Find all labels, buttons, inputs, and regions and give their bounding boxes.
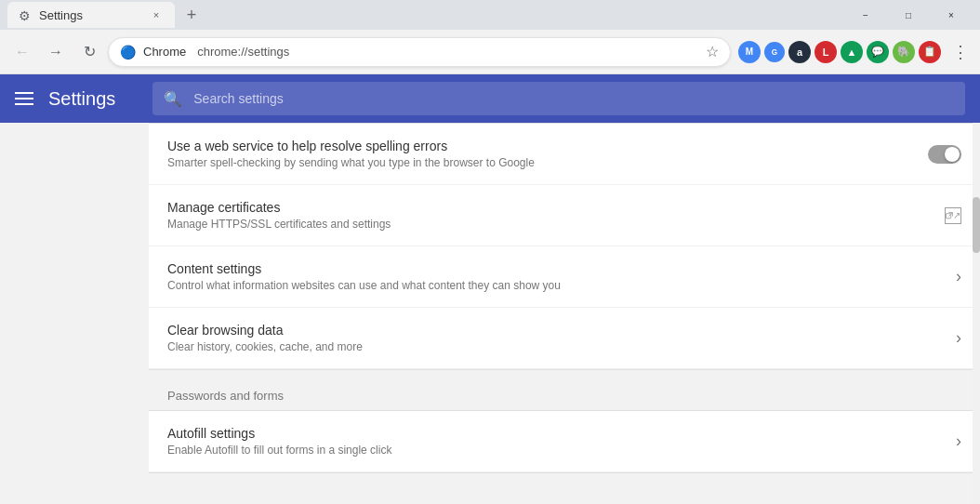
- hamburger-line-3: [15, 103, 33, 105]
- back-button[interactable]: ←: [7, 37, 37, 67]
- manage-certs-title: Manage certificates: [167, 200, 945, 215]
- content-settings-title: Content settings: [167, 261, 945, 276]
- hamburger-menu-button[interactable]: [15, 92, 33, 105]
- active-tab[interactable]: ⚙ Settings ×: [7, 2, 175, 28]
- sidebar: [0, 123, 149, 504]
- maximize-button[interactable]: □: [887, 0, 930, 30]
- hamburger-line-2: [15, 98, 33, 99]
- content-area: Use a web service to help resolve spelli…: [149, 123, 980, 504]
- passwords-settings-section: Autofill settings Enable Autofill to fil…: [149, 410, 980, 473]
- search-placeholder-text: Search settings: [193, 91, 284, 106]
- autofill-settings-item[interactable]: Autofill settings Enable Autofill to fil…: [149, 411, 980, 472]
- scratchpad-extension-icon[interactable]: 📋: [919, 41, 941, 63]
- omnibox[interactable]: 🔵 Chrome chrome://settings ☆: [108, 37, 731, 67]
- window-controls: − □ ×: [844, 0, 973, 30]
- google-account-extension-icon[interactable]: G: [764, 42, 785, 62]
- spell-check-text: Use a web service to help resolve spelli…: [167, 139, 928, 169]
- clear-browsing-data-item[interactable]: Clear browsing data Clear history, cooki…: [149, 308, 980, 369]
- chrome-logo-icon: 🔵: [120, 45, 136, 60]
- lastpass-extension-icon[interactable]: L: [814, 41, 837, 63]
- tab-title: Settings: [39, 8, 83, 22]
- clear-browsing-title: Clear browsing data: [167, 323, 945, 338]
- autofill-title: Autofill settings: [167, 426, 945, 441]
- svg-text:G: G: [772, 48, 777, 57]
- chrome-menu-button[interactable]: ⋮: [948, 42, 973, 62]
- minimize-button[interactable]: −: [844, 0, 887, 30]
- spell-check-item[interactable]: Use a web service to help resolve spelli…: [149, 124, 980, 185]
- extension-icons: M G a L ▲ 💬 🐘 📋: [738, 41, 941, 63]
- address-bar: ← → ↻ 🔵 Chrome chrome://settings ☆ M G a…: [0, 30, 980, 74]
- forward-button[interactable]: →: [41, 37, 71, 67]
- reload-button[interactable]: ↻: [74, 37, 104, 67]
- content-settings-text: Content settings Control what informatio…: [167, 261, 945, 292]
- clear-browsing-text: Clear browsing data Clear history, cooki…: [167, 323, 945, 353]
- spell-check-title: Use a web service to help resolve spelli…: [167, 139, 928, 153]
- manage-certificates-item[interactable]: Manage certificates Manage HTTPS/SSL cer…: [149, 185, 980, 246]
- evernote-extension-icon[interactable]: 🐘: [893, 41, 915, 63]
- bookmark-star-icon[interactable]: ☆: [706, 43, 719, 60]
- external-link-icon: [945, 207, 961, 224]
- spell-check-desc: Smarter spell-checking by sending what y…: [167, 156, 928, 169]
- toggle-knob: [945, 147, 960, 162]
- content-settings-chevron-icon: ›: [956, 267, 961, 286]
- gmail-extension-icon[interactable]: M: [738, 41, 761, 63]
- autofill-desc: Enable Autofill to fill out forms in a s…: [167, 444, 945, 457]
- hamburger-line-1: [15, 92, 33, 94]
- manage-certs-desc: Manage HTTPS/SSL certificates and settin…: [167, 218, 945, 231]
- content-settings-desc: Control what information websites can us…: [167, 279, 945, 292]
- scrollbar-track[interactable]: [973, 123, 980, 504]
- new-tab-button[interactable]: +: [179, 2, 205, 28]
- content-settings-item[interactable]: Content settings Control what informatio…: [149, 246, 980, 308]
- main-layout: Use a web service to help resolve spelli…: [0, 123, 980, 504]
- drive-extension-icon[interactable]: ▲: [841, 41, 863, 63]
- amazon-extension-icon[interactable]: a: [788, 41, 811, 63]
- window-close-button[interactable]: ×: [930, 0, 973, 30]
- site-label: Chrome: [143, 45, 186, 59]
- privacy-settings-section: Use a web service to help resolve spelli…: [149, 123, 980, 370]
- passwords-section-label: Passwords and forms: [149, 370, 980, 410]
- clear-browsing-chevron-icon: ›: [956, 328, 961, 348]
- settings-search-box[interactable]: 🔍 Search settings: [152, 82, 965, 115]
- clear-browsing-desc: Clear history, cookies, cache, and more: [167, 340, 945, 353]
- scrollbar-thumb[interactable]: [973, 197, 980, 253]
- settings-page-title: Settings: [48, 88, 115, 110]
- tab-settings-icon: ⚙: [19, 8, 32, 21]
- manage-certs-text: Manage certificates Manage HTTPS/SSL cer…: [167, 200, 945, 231]
- tab-close-button[interactable]: ×: [149, 7, 164, 22]
- spell-check-toggle[interactable]: [928, 145, 961, 164]
- hangouts-extension-icon[interactable]: 💬: [867, 41, 889, 63]
- autofill-chevron-icon: ›: [956, 431, 961, 451]
- url-display: chrome://settings: [197, 45, 289, 59]
- browser-window: ⚙ Settings × + − □ × ← → ↻ 🔵 Chrome chro…: [0, 0, 980, 504]
- autofill-text: Autofill settings Enable Autofill to fil…: [167, 426, 945, 457]
- search-icon: 🔍: [164, 90, 182, 108]
- title-bar: ⚙ Settings × + − □ ×: [0, 0, 980, 30]
- settings-header: Settings 🔍 Search settings: [0, 74, 980, 123]
